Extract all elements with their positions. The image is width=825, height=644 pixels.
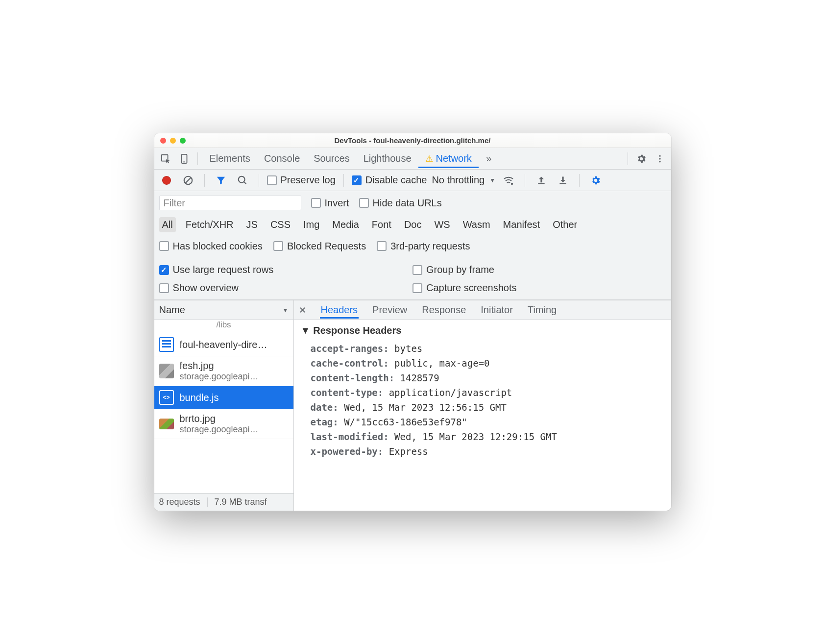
svg-rect-12	[559, 183, 566, 184]
throttling-value: No throttling	[432, 174, 485, 186]
response-header-row: content-type: application/javascript	[301, 385, 664, 400]
request-name: bundle.js	[180, 392, 219, 403]
disable-cache-checkbox[interactable]: Disable cache	[352, 174, 427, 186]
divider	[197, 152, 198, 165]
request-row[interactable]: foul-heavenly-dire…	[154, 333, 293, 356]
filter-chip-img[interactable]: Img	[300, 217, 322, 232]
detail-tab-headers[interactable]: Headers	[320, 301, 359, 319]
capture-screenshots-checkbox[interactable]: Capture screenshots	[412, 282, 666, 294]
download-har-icon[interactable]	[555, 172, 571, 189]
detail-tab-initiator[interactable]: Initiator	[480, 301, 514, 319]
svg-point-3	[659, 155, 660, 156]
disable-cache-label: Disable cache	[365, 174, 427, 186]
header-key: accept-ranges:	[311, 343, 395, 354]
request-row[interactable]: brrto.jpgstorage.googleapi…	[154, 409, 293, 439]
detail-tab-preview[interactable]: Preview	[371, 301, 408, 319]
response-header-row: date: Wed, 15 Mar 2023 12:56:15 GMT	[301, 400, 664, 415]
tab-label: Console	[264, 153, 300, 164]
more-tabs-icon[interactable]: »	[481, 150, 497, 167]
detail-tab-timing[interactable]: Timing	[527, 301, 558, 319]
search-icon[interactable]	[234, 172, 251, 189]
device-toolbar-icon[interactable]	[176, 150, 193, 167]
capture-screenshots-label: Capture screenshots	[426, 282, 517, 294]
show-overview-checkbox[interactable]: Show overview	[159, 282, 413, 294]
network-settings: Use large request rows Group by frame Sh…	[154, 260, 671, 300]
svg-line-7	[185, 177, 191, 183]
filter-chip-manifest[interactable]: Manifest	[500, 217, 543, 232]
prev-request-row[interactable]: /libs	[154, 320, 293, 333]
header-key: content-type:	[311, 387, 389, 398]
main-tab-network[interactable]: ⚠Network	[418, 149, 479, 168]
close-detail-icon[interactable]: ✕	[299, 305, 306, 316]
divider	[343, 174, 344, 187]
filter-chip-doc[interactable]: Doc	[401, 217, 425, 232]
record-button[interactable]	[158, 172, 175, 189]
invert-checkbox[interactable]: Invert	[311, 198, 349, 209]
filter-chip-ws[interactable]: WS	[431, 217, 453, 232]
request-list-pane: Name ▼ /libs foul-heavenly-dire…fesh.jpg…	[154, 300, 294, 511]
detail-tabbar: ✕ HeadersPreviewResponseInitiatorTiming	[294, 300, 671, 320]
header-key: etag:	[311, 417, 344, 427]
response-header-row: accept-ranges: bytes	[301, 341, 664, 356]
disclosure-triangle-icon: ▼	[301, 325, 311, 336]
hide-data-urls-checkbox[interactable]: Hide data URLs	[359, 198, 442, 209]
request-name: foul-heavenly-dire…	[180, 339, 267, 350]
request-origin: storage.googleapi…	[180, 424, 259, 435]
response-header-row: last-modified: Wed, 15 Mar 2023 12:29:15…	[301, 429, 664, 444]
filter-chip-all[interactable]: All	[159, 217, 176, 232]
divider	[204, 174, 205, 187]
use-large-rows-checkbox[interactable]: Use large request rows	[159, 264, 413, 275]
kebab-menu-icon[interactable]	[652, 150, 668, 167]
filter-bar: Filter Invert Hide data URLs AllFetch/XH…	[154, 191, 671, 260]
inspect-element-icon[interactable]	[157, 150, 174, 167]
main-tab-lighthouse[interactable]: Lighthouse	[357, 149, 418, 168]
filter-chip-media[interactable]: Media	[329, 217, 362, 232]
filter-chip-fetchxhr[interactable]: Fetch/XHR	[183, 217, 237, 232]
clear-icon[interactable]	[180, 172, 196, 189]
tab-label: Sources	[314, 153, 349, 164]
filter-chip-font[interactable]: Font	[369, 217, 394, 232]
main-tab-console[interactable]: Console	[257, 149, 307, 168]
main-tabbar: ElementsConsoleSourcesLighthouse⚠Network…	[154, 148, 671, 170]
use-large-rows-label: Use large request rows	[173, 264, 274, 275]
filter-icon[interactable]	[213, 172, 229, 189]
network-conditions-icon[interactable]	[500, 172, 517, 189]
network-settings-gear-icon[interactable]	[587, 172, 604, 189]
name-column-header[interactable]: Name ▼	[154, 300, 293, 320]
filter-chip-wasm[interactable]: Wasm	[460, 217, 493, 232]
header-value: Wed, 15 Mar 2023 12:29:15 GMT	[394, 431, 557, 442]
response-headers-section[interactable]: ▼ Response Headers	[301, 325, 664, 336]
split-panes: Name ▼ /libs foul-heavenly-dire…fesh.jpg…	[154, 300, 671, 511]
third-party-checkbox[interactable]: 3rd-party requests	[377, 241, 470, 252]
filter-input[interactable]: Filter	[159, 196, 301, 210]
filter-chip-other[interactable]: Other	[550, 217, 580, 232]
throttling-select[interactable]: No throttling ▼	[432, 174, 495, 186]
request-row[interactable]: <>bundle.js	[154, 386, 293, 409]
detail-tab-response[interactable]: Response	[421, 301, 467, 319]
devtools-window: DevTools - foul-heavenly-direction.glitc…	[154, 133, 671, 511]
upload-har-icon[interactable]	[533, 172, 550, 189]
svg-point-4	[659, 158, 660, 159]
header-value: Wed, 15 Mar 2023 12:56:15 GMT	[344, 402, 507, 413]
detail-pane: ✕ HeadersPreviewResponseInitiatorTiming …	[294, 300, 671, 511]
preserve-log-checkbox[interactable]: Preserve log	[267, 174, 336, 186]
filter-chip-css[interactable]: CSS	[267, 217, 293, 232]
blocked-requests-checkbox[interactable]: Blocked Requests	[273, 241, 366, 252]
settings-gear-icon[interactable]	[633, 150, 650, 167]
header-value: W/"15cc63-186e53ef978"	[344, 417, 467, 427]
tab-label: Lighthouse	[364, 153, 412, 164]
group-by-frame-checkbox[interactable]: Group by frame	[412, 264, 666, 275]
header-value: bytes	[394, 343, 422, 354]
has-blocked-cookies-checkbox[interactable]: Has blocked cookies	[159, 241, 263, 252]
request-row[interactable]: fesh.jpgstorage.googleapi…	[154, 356, 293, 386]
header-key: date:	[311, 402, 344, 413]
request-name: brrto.jpg	[180, 413, 259, 424]
tab-label: Elements	[210, 153, 250, 164]
filter-chip-js[interactable]: JS	[243, 217, 261, 232]
main-tab-elements[interactable]: Elements	[203, 149, 257, 168]
name-column-label: Name	[159, 304, 185, 316]
request-origin: storage.googleapi…	[180, 372, 259, 382]
third-party-label: 3rd-party requests	[390, 241, 470, 252]
main-tab-sources[interactable]: Sources	[307, 149, 356, 168]
invert-label: Invert	[325, 198, 349, 209]
